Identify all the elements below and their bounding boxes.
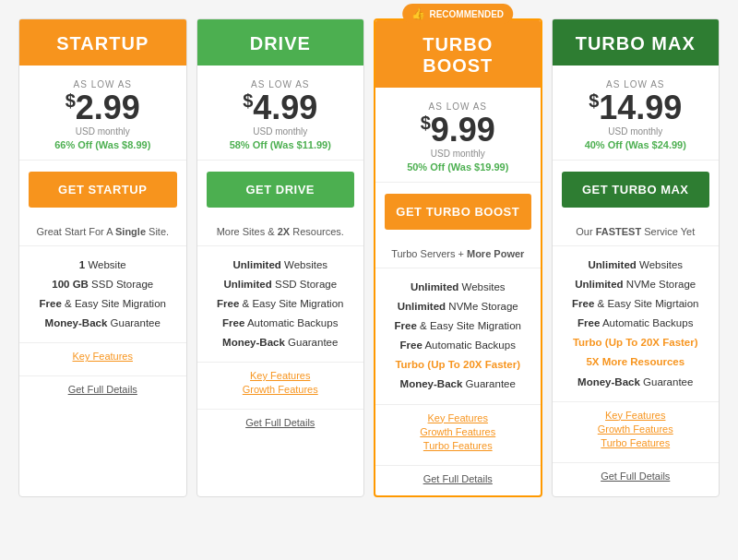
plan-card-turbo-max: TURBO MAX AS LOW AS $14.99 USD monthly 4… xyxy=(552,18,720,497)
feature-item: Turbo (Up To 20X Faster) xyxy=(385,357,531,372)
plan-pricing: AS LOW AS $2.99 USD monthly 66% Off (Was… xyxy=(19,66,186,161)
plan-description: Turbo Servers + More Power xyxy=(375,241,541,268)
plan-features: Unlimited WebsitesUnlimited NVMe Storage… xyxy=(553,246,720,401)
feature-item: Money-Back Guarantee xyxy=(29,316,177,330)
usd-monthly: USD monthly xyxy=(385,149,531,159)
usd-monthly: USD monthly xyxy=(562,126,710,137)
feature-item: Free Automatic Backups xyxy=(207,316,355,330)
cta-button-turbo-max[interactable]: GET TURBO MAX xyxy=(562,172,710,208)
cta-button-turbo-boost[interactable]: GET TURBO BOOST xyxy=(385,194,531,230)
feature-link[interactable]: Turbo Features xyxy=(562,437,710,448)
full-details-link[interactable]: Get Full Details xyxy=(19,375,186,406)
plan-description: More Sites & 2X Resources. xyxy=(197,219,364,246)
plan-features: Unlimited WebsitesUnlimited NVMe Storage… xyxy=(375,268,541,404)
plan-card-turbo-boost: RECOMMENDED TURBO BOOST AS LOW AS $9.99 … xyxy=(374,18,542,497)
feature-item: Unlimited NVMe Storage xyxy=(562,277,710,292)
usd-monthly: USD monthly xyxy=(29,126,177,137)
feature-links: Key FeaturesGrowth FeaturesTurbo Feature… xyxy=(553,401,720,459)
feature-item: Turbo (Up To 20X Faster) xyxy=(562,335,710,350)
full-details-link[interactable]: Get Full Details xyxy=(375,465,541,495)
feature-links: Key FeaturesGrowth FeaturesTurbo Feature… xyxy=(375,404,541,461)
plan-header: STARTUP xyxy=(19,19,186,66)
feature-link[interactable]: Growth Features xyxy=(385,426,531,437)
feature-item: Money-Back Guarantee xyxy=(562,375,710,389)
plan-pricing: AS LOW AS $4.99 USD monthly 58% Off (Was… xyxy=(197,66,364,161)
feature-item: Unlimited SSD Storage xyxy=(207,277,355,292)
feature-item: Free Automatic Backups xyxy=(562,316,710,330)
feature-link[interactable]: Growth Features xyxy=(207,384,355,395)
price: $4.99 xyxy=(207,91,355,125)
discount: 50% Off (Was $19.99) xyxy=(385,161,531,173)
feature-item: Unlimited Websites xyxy=(562,257,710,272)
price: $9.99 xyxy=(385,113,531,147)
feature-item: Free & Easy Site Migration xyxy=(207,296,355,311)
plan-features: 1 Website100 GB SSD StorageFree & Easy S… xyxy=(19,246,186,342)
feature-item: Free Automatic Backups xyxy=(385,338,531,352)
plan-pricing: AS LOW AS $9.99 USD monthly 50% Off (Was… xyxy=(375,88,541,183)
feature-link[interactable]: Key Features xyxy=(562,410,710,421)
feature-link[interactable]: Turbo Features xyxy=(385,440,531,451)
feature-link[interactable]: Key Features xyxy=(207,370,355,381)
feature-item: Free & Easy Site Migrtaion xyxy=(562,296,710,311)
plan-pricing: AS LOW AS $14.99 USD monthly 40% Off (Wa… xyxy=(553,66,720,161)
feature-item: 100 GB SSD Storage xyxy=(29,277,177,292)
discount: 58% Off (Was $11.99) xyxy=(207,139,355,150)
discount: 66% Off (Was $8.99) xyxy=(29,139,177,150)
plan-name: TURBO MAX xyxy=(562,33,710,54)
feature-item: Money-Back Guarantee xyxy=(207,335,355,350)
price: $2.99 xyxy=(29,91,177,125)
plan-header: DRIVE xyxy=(197,19,364,66)
feature-item: Free & Easy Site Migration xyxy=(29,296,177,311)
discount: 40% Off (Was $24.99) xyxy=(562,139,710,150)
feature-links: Key FeaturesGrowth Features xyxy=(197,362,364,405)
feature-item: Money-Back Guarantee xyxy=(385,376,531,391)
recommended-badge: RECOMMENDED xyxy=(402,4,513,24)
feature-link[interactable]: Growth Features xyxy=(562,423,710,435)
feature-item: Unlimited Websites xyxy=(207,257,355,272)
plan-header: TURBO MAX xyxy=(553,19,720,66)
feature-item: 5X More Resources xyxy=(562,354,710,369)
full-details-link[interactable]: Get Full Details xyxy=(553,462,720,493)
feature-link[interactable]: Key Features xyxy=(385,412,531,423)
plan-header: TURBO BOOST xyxy=(375,20,541,88)
pricing-grid: STARTUP AS LOW AS $2.99 USD monthly 66% … xyxy=(18,18,720,497)
plan-description: Great Start For A Single Site. xyxy=(19,219,186,246)
feature-item: Unlimited Websites xyxy=(385,280,531,294)
cta-button-drive[interactable]: GET DRIVE xyxy=(207,172,355,208)
plan-features: Unlimited WebsitesUnlimited SSD StorageF… xyxy=(197,246,364,362)
plan-name: DRIVE xyxy=(207,33,355,54)
feature-item: Free & Easy Site Migration xyxy=(385,318,531,333)
feature-item: Unlimited NVMe Storage xyxy=(385,299,531,314)
feature-link[interactable]: Key Features xyxy=(29,351,177,362)
price: $14.99 xyxy=(562,91,710,125)
plan-card-startup: STARTUP AS LOW AS $2.99 USD monthly 66% … xyxy=(18,18,187,497)
plan-name: TURBO BOOST xyxy=(385,34,531,77)
plan-description: Our FASTEST Service Yet xyxy=(553,219,720,246)
plan-name: STARTUP xyxy=(29,33,177,54)
full-details-link[interactable]: Get Full Details xyxy=(197,409,364,439)
usd-monthly: USD monthly xyxy=(207,126,355,137)
feature-item: 1 Website xyxy=(29,257,177,272)
plan-card-drive: DRIVE AS LOW AS $4.99 USD monthly 58% Of… xyxy=(196,18,365,497)
cta-button-startup[interactable]: GET STARTUP xyxy=(29,172,177,208)
feature-links: Key Features xyxy=(19,342,186,372)
